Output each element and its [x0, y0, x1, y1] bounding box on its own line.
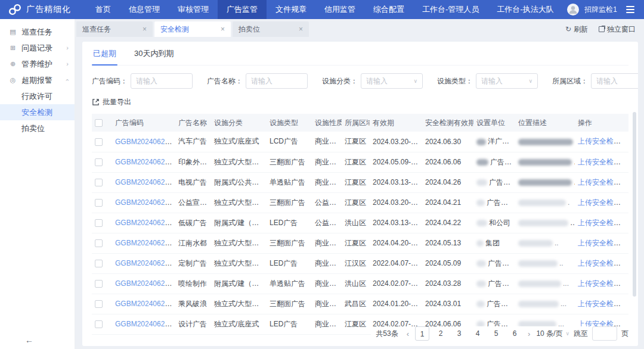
page-unit-label: 页: [621, 329, 628, 339]
close-icon[interactable]: ×: [299, 25, 303, 33]
tab-label: 安全检测: [160, 24, 189, 35]
page-button[interactable]: 4: [470, 326, 485, 341]
page-button[interactable]: 3: [452, 326, 466, 341]
ad-code-link[interactable]: GGBM202406200013: [115, 178, 175, 186]
row-checkbox[interactable]: [95, 280, 103, 288]
ad-code-link[interactable]: GGBM202406200007: [115, 259, 175, 267]
redacted-blob: [518, 240, 553, 247]
facility-category: 独立式/大型落地: [211, 192, 267, 213]
row-checkbox[interactable]: [95, 320, 103, 328]
facility-category: 附属式/公共设施...: [211, 172, 267, 192]
row-checkbox[interactable]: [95, 199, 103, 207]
ad-code-link[interactable]: GGBM202406200003: [115, 320, 175, 328]
redacted-blob: [476, 159, 488, 166]
ad-code-link[interactable]: GGBM202406200006: [115, 279, 175, 288]
popout-window-button[interactable]: 独立窗口: [599, 24, 636, 35]
ad-name: 江南水都: [175, 233, 211, 253]
nav-item[interactable]: 工作台-执法大队: [488, 0, 562, 19]
total-count: 共53条: [376, 329, 398, 339]
back-arrow-icon[interactable]: ←: [25, 335, 33, 345]
ad-name: 汽车广告: [175, 132, 211, 152]
vertical-scrollbar[interactable]: [633, 112, 636, 297]
row-checkbox[interactable]: [95, 300, 103, 308]
subtab[interactable]: 30天内到期: [133, 42, 175, 66]
row-checkbox[interactable]: [95, 158, 103, 166]
ad-code-link[interactable]: GGBM202406200004: [115, 300, 175, 308]
nav-item[interactable]: 文件规章: [267, 0, 315, 19]
upload-report-link[interactable]: 上传安全检测报告: [578, 239, 628, 247]
district: 江夏区: [342, 314, 370, 334]
sidebar-subitem[interactable]: 行政许可: [0, 88, 75, 104]
page-size-select[interactable]: 10 条/页 ∨: [536, 329, 569, 339]
nav-item[interactable]: 广告监管: [218, 0, 267, 19]
nav-item[interactable]: 信用监管: [315, 0, 364, 19]
select-all-checkbox[interactable]: [95, 119, 103, 127]
nav-item[interactable]: 综合配置: [364, 0, 413, 19]
upload-report-link[interactable]: 上传安全检测报告: [578, 279, 628, 288]
ad-code-filter[interactable]: 请输入: [131, 73, 193, 89]
sidebar-subitem[interactable]: 安全检测: [0, 104, 75, 120]
page-button[interactable]: 2: [434, 326, 448, 341]
setup-unit: 广告公司: [473, 294, 515, 314]
row-checkbox[interactable]: [95, 260, 103, 267]
tab[interactable]: 巡查任务 ×: [76, 21, 153, 37]
sidebar-item[interactable]: ⊞ 问题记录 ›: [0, 40, 75, 56]
sidebar-item[interactable]: ◎ 超期报警 ›: [0, 72, 75, 88]
record-icon: ⊞: [9, 40, 17, 56]
ad-code-link[interactable]: GGBM202406200015: [115, 158, 175, 166]
upload-report-link[interactable]: 上传安全检测报告: [578, 158, 628, 166]
row-checkbox[interactable]: [95, 138, 103, 146]
upload-report-link[interactable]: 上传安全检测报告: [578, 137, 628, 145]
subtab[interactable]: 已超期: [92, 42, 117, 66]
nav-item[interactable]: 首页: [86, 0, 120, 19]
page-button[interactable]: 5: [489, 326, 503, 341]
sidebar-item[interactable]: ▤ 巡查任务: [0, 24, 75, 40]
sidebar-item[interactable]: ⊕ 管养维护 ›: [0, 56, 75, 72]
column-header: 有效期: [370, 114, 422, 132]
ad-code-link[interactable]: GGBM202406200009: [115, 219, 175, 227]
facility-type: 三翻面广告: [267, 152, 312, 172]
jump-page-input[interactable]: [592, 326, 617, 341]
batch-export-button[interactable]: 批量导出: [92, 97, 131, 107]
tab[interactable]: 安全检测 ×: [154, 21, 231, 37]
page-button[interactable]: 6: [507, 326, 522, 341]
close-icon[interactable]: ×: [143, 25, 147, 33]
table-row: GGBM202406200008 江南水都 独立式/大型高立柱 三翻面广告 商业…: [92, 233, 628, 253]
tab[interactable]: 拍卖位 ×: [233, 21, 309, 37]
ad-code-link[interactable]: GGBM202406200016: [115, 138, 175, 146]
ad-name-filter[interactable]: 请输入: [246, 73, 308, 89]
facility-type-filter[interactable]: 请输入 ∨: [476, 73, 538, 89]
upload-report-link[interactable]: 上传安全检测报告: [578, 259, 628, 267]
nav-item[interactable]: 工作台-管理人员: [413, 0, 488, 19]
validity-period: 2024.04.20-202...: [370, 233, 422, 253]
upload-report-link[interactable]: 上传安全检测报告: [578, 198, 628, 207]
facility-type: 三翻面广告: [267, 233, 312, 253]
next-page-button[interactable]: ›: [526, 329, 532, 338]
nav-item[interactable]: 审核管理: [169, 0, 218, 19]
close-icon[interactable]: ×: [221, 25, 225, 33]
prev-page-button[interactable]: ‹: [405, 329, 411, 338]
user-avatar[interactable]: [567, 4, 579, 15]
redacted-blob: [518, 281, 561, 287]
row-checkbox[interactable]: [95, 219, 103, 227]
row-checkbox[interactable]: [95, 179, 103, 186]
district-filter[interactable]: 请输入 ∨: [591, 73, 638, 89]
refresh-button[interactable]: ↻ 刷新: [565, 24, 588, 35]
ad-code-link[interactable]: GGBM202406200008: [115, 239, 175, 247]
ad-name: 喷绘制作: [175, 273, 211, 294]
nav-item[interactable]: 信息管理: [120, 0, 169, 19]
menu-list-icon[interactable]: [626, 6, 634, 13]
sidebar-subitem[interactable]: 拍卖位: [0, 120, 75, 136]
safety-valid-until: 2024.04.21: [422, 192, 473, 213]
upload-report-link[interactable]: 上传安全检测报告: [578, 300, 628, 308]
page-list: 123456: [415, 326, 522, 341]
redacted-blob: [518, 179, 572, 186]
upload-report-link[interactable]: 上传安全检测报告: [578, 219, 628, 227]
page-button[interactable]: 1: [415, 326, 429, 341]
ad-code-link[interactable]: GGBM202406200012: [115, 198, 175, 207]
row-checkbox[interactable]: [95, 239, 103, 247]
facility-category-filter[interactable]: 请输入 ∨: [361, 73, 423, 89]
chevron-down-icon: ∨: [413, 78, 417, 84]
safety-valid-until: 2024.05.13: [422, 233, 473, 253]
upload-report-link[interactable]: 上传安全检测报告: [578, 178, 628, 186]
